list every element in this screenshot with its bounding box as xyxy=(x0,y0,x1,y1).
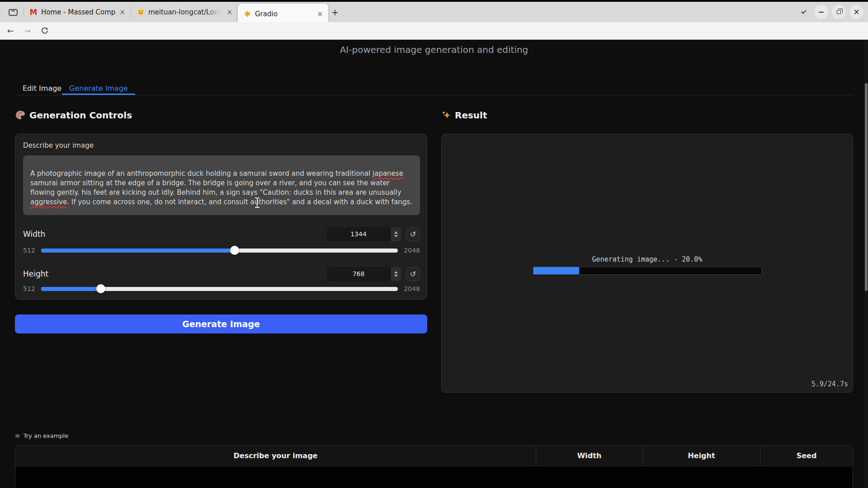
prompt-text: . If you come across one, do not interac… xyxy=(67,198,412,206)
misspelled-word: japanese xyxy=(373,169,403,178)
tab-title: Home - Massed Compute xyxy=(41,8,116,16)
result-title: Result xyxy=(455,110,487,121)
width-min-label: 512 xyxy=(23,247,35,254)
width-number-input[interactable]: 1344 xyxy=(327,227,401,241)
tab-generate-image[interactable]: Generate Image xyxy=(62,83,135,95)
palette-icon xyxy=(15,110,26,121)
tab-title: meituan-longcat/LongCa xyxy=(148,8,223,16)
prompt-label: Describe your image xyxy=(23,141,94,150)
generation-controls-card: Describe your image A photographic image… xyxy=(15,134,427,300)
result-card: Generating image... - 20.0% 5.9/24.7s xyxy=(441,134,853,393)
height-slider[interactable] xyxy=(41,287,398,291)
prompt-textarea[interactable]: A photographic image of an anthropomorph… xyxy=(23,155,420,215)
width-reset-button[interactable]: ↺ xyxy=(406,227,420,241)
height-row: Height 768 ↺ xyxy=(23,267,420,281)
sparkles-icon xyxy=(441,110,451,120)
generation-controls-heading: Generation Controls xyxy=(15,110,132,121)
page-scrollbar[interactable] xyxy=(864,40,868,488)
height-min-label: 512 xyxy=(23,285,35,292)
width-max-label: 2048 xyxy=(404,247,420,254)
tab-edit-image[interactable]: Edit Image xyxy=(15,83,69,95)
text-cursor xyxy=(255,197,260,208)
misspelled-word: aggressive xyxy=(30,198,67,206)
height-max-label: 2048 xyxy=(404,285,420,292)
new-tab-button[interactable]: + xyxy=(328,5,342,19)
minimize-icon xyxy=(819,12,824,13)
width-value[interactable]: 1344 xyxy=(327,227,390,241)
list-all-tabs-button[interactable] xyxy=(797,5,811,19)
firefox-view-button[interactable] xyxy=(5,5,21,20)
browser-toolbar: ← → localhost:7860 ☆ xyxy=(0,22,868,40)
page-title: AI-powered image generation and editing xyxy=(0,44,868,55)
tab-close-icon[interactable]: × xyxy=(317,10,323,18)
list-icon: ≡ xyxy=(15,432,20,439)
width-slider-handle[interactable] xyxy=(230,246,239,255)
minimize-button[interactable] xyxy=(814,5,828,19)
tabs-divider xyxy=(15,95,853,95)
gradio-favicon: ✱ xyxy=(243,10,251,18)
close-window-button[interactable]: × xyxy=(849,5,863,19)
browser-tab-gradio[interactable]: ✱ Gradio × xyxy=(238,4,328,24)
height-value[interactable]: 768 xyxy=(327,267,390,281)
examples-table: Describe your image Width Height Seed xyxy=(15,445,853,488)
spinner-up-icon[interactable] xyxy=(394,271,398,273)
width-slider[interactable] xyxy=(41,249,398,253)
progress-status-text: Generating image... - 20.0% xyxy=(442,255,853,263)
examples-table-row[interactable] xyxy=(15,466,853,488)
generation-controls-title: Generation Controls xyxy=(29,110,132,121)
browser-tab-longcat[interactable]: meituan-longcat/LongCa × xyxy=(131,2,238,22)
scrollbar-thumb[interactable] xyxy=(865,83,868,291)
prompt-text: samurai armor sitting at the edge of a b… xyxy=(30,179,401,197)
back-button[interactable]: ← xyxy=(4,24,17,38)
tab-close-icon[interactable]: × xyxy=(119,8,125,16)
reload-icon xyxy=(41,27,48,34)
generate-image-button[interactable]: Generate Image xyxy=(15,314,427,333)
width-slider-fill xyxy=(41,249,235,253)
forward-button[interactable]: → xyxy=(21,24,34,38)
chevron-down-icon xyxy=(801,9,806,14)
massed-compute-favicon: M xyxy=(29,8,38,16)
height-reset-button[interactable]: ↺ xyxy=(406,267,420,281)
progress-bar xyxy=(533,267,762,275)
examples-table-header: Describe your image Width Height Seed xyxy=(15,446,853,466)
spinner-down-icon[interactable] xyxy=(394,235,398,237)
width-row: Width 1344 ↺ xyxy=(23,227,420,241)
column-seed: Seed xyxy=(760,446,853,466)
restore-window-button[interactable] xyxy=(832,5,846,19)
spinner-up-icon[interactable] xyxy=(394,231,398,234)
height-label: Height xyxy=(23,269,48,278)
gradio-page: AI-powered image generation and editing … xyxy=(0,40,868,488)
height-slider-handle[interactable] xyxy=(96,284,105,293)
browser-tab-bar: M Home - Massed Compute × meituan-longca… xyxy=(0,0,868,22)
close-icon: × xyxy=(853,8,859,16)
reload-button[interactable] xyxy=(38,24,52,38)
progress-fill xyxy=(533,267,579,274)
generation-timer: 5.9/24.7s xyxy=(811,380,848,388)
tab-title: Gradio xyxy=(255,10,313,18)
width-label: Width xyxy=(23,230,45,239)
hugging-face-favicon xyxy=(137,8,145,16)
width-spinner[interactable] xyxy=(390,227,401,241)
height-slider-row: 512 2048 xyxy=(23,284,420,293)
try-example-text: Try an example xyxy=(24,432,69,439)
tab-close-icon[interactable]: × xyxy=(226,8,232,16)
try-example-label: ≡ Try an example xyxy=(15,432,68,439)
column-describe-your-image: Describe your image xyxy=(15,446,536,466)
height-spinner[interactable] xyxy=(390,267,401,281)
width-slider-row: 512 2048 xyxy=(23,246,420,255)
height-slider-fill xyxy=(41,287,101,291)
prompt-text: A photographic image of an anthropomorph… xyxy=(30,169,373,178)
firefox-view-icon xyxy=(9,9,18,16)
browser-tab-massed-compute[interactable]: M Home - Massed Compute × xyxy=(24,2,131,22)
height-number-input[interactable]: 768 xyxy=(327,267,401,281)
restore-icon xyxy=(837,10,841,14)
column-height: Height xyxy=(642,446,760,466)
column-width: Width xyxy=(536,446,642,466)
result-heading: Result xyxy=(441,110,487,121)
spinner-down-icon[interactable] xyxy=(394,275,398,277)
